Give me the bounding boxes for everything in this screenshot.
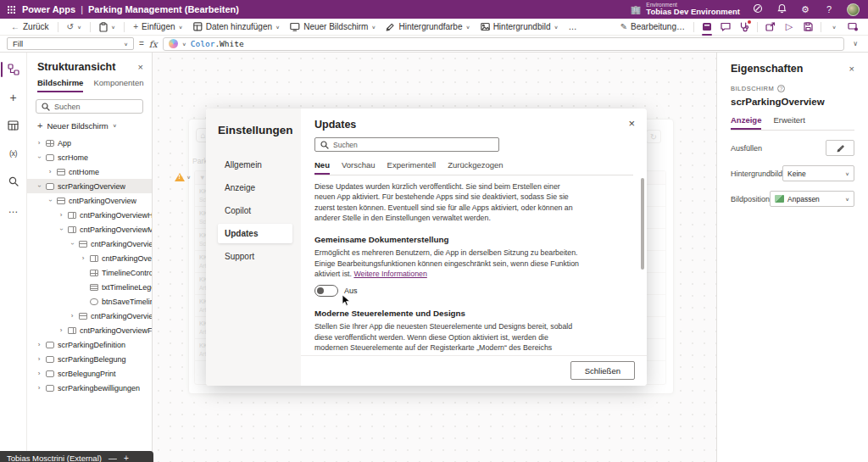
tree-item-timelinecontrol[interactable]: TimelineControl	[27, 265, 152, 280]
tab-experimentell[interactable]: Experimentell	[387, 160, 437, 175]
chevron-right-icon[interactable]: ›	[36, 341, 42, 348]
info-icon[interactable]: ?	[777, 85, 785, 92]
tree-item-scrparkingbewilligungen[interactable]: ›scrParkingbewilligungen	[27, 381, 152, 395]
chevron-down-icon[interactable]: ›	[36, 182, 42, 190]
new-screen-button[interactable]: Neuer Bildschirm ∨	[286, 19, 380, 35]
formula-expand-chevron-icon[interactable]: ∨	[849, 40, 861, 47]
add-data-button[interactable]: Daten hinzufügen ∨	[189, 19, 285, 35]
settings-menu-updates[interactable]: Updates	[218, 224, 292, 243]
background-image-select[interactable]: Keine ∨	[782, 165, 854, 181]
tree-item[interactable]: ›cntParkingOverviewFooter	[27, 323, 152, 337]
app-launcher-icon[interactable]	[0, 0, 22, 19]
canvas-view-icon[interactable]	[698, 19, 715, 35]
chevron-right-icon[interactable]: ›	[36, 139, 42, 147]
settings-gear-icon[interactable]: ⚙	[799, 4, 811, 15]
image-position-select[interactable]: Anpassen ∨	[770, 191, 854, 207]
tab-neu[interactable]: Neu	[314, 160, 330, 175]
background-image-button[interactable]: Hintergrundbild ∨	[476, 19, 563, 35]
plus-icon[interactable]: +	[124, 454, 129, 462]
chevron-right-icon[interactable]: ›	[36, 370, 42, 377]
tree-item-scrbelegungprint[interactable]: ›scrBelegungPrint	[27, 366, 152, 381]
insert-icon[interactable]: +	[0, 87, 27, 108]
chevron-right-icon[interactable]: ›	[36, 384, 42, 392]
updates-scroll-area[interactable]: Diese Updates wurden kürzlich veröffentl…	[314, 175, 638, 352]
environment-picker[interactable]: 🏢 Environment Tobias Dev Environment	[631, 3, 740, 17]
tab-erweitert[interactable]: Erweitert	[773, 115, 804, 130]
close-icon[interactable]: ×	[628, 117, 635, 130]
close-button[interactable]: Schließen	[570, 361, 635, 380]
app-name[interactable]: Power Apps	[22, 4, 75, 14]
background-color-button[interactable]: Hintergrundfarbe ∨	[381, 19, 474, 35]
tab-anzeige[interactable]: Anzeige	[731, 115, 761, 130]
tree-item[interactable]: ›cntParkingOverviewHeader	[27, 208, 152, 222]
settings-menu-support[interactable]: Support	[218, 247, 292, 266]
variables-icon[interactable]: (x)	[0, 143, 27, 164]
close-icon[interactable]: ×	[849, 64, 854, 74]
copilot-icon[interactable]	[752, 3, 764, 15]
chevron-down-icon[interactable]: ›	[36, 153, 42, 161]
chevron-right-icon[interactable]: ›	[80, 254, 86, 262]
chevron-right-icon[interactable]: ›	[47, 168, 53, 175]
formula-input[interactable]: ∨ Color.White	[163, 37, 844, 51]
overflow-button[interactable]: …	[565, 19, 581, 35]
property-selector[interactable]: Fill ∨	[7, 37, 134, 50]
insert-button[interactable]: + Einfügen ∨	[129, 19, 186, 35]
settings-menu-allgemein[interactable]: Allgemein	[218, 155, 292, 175]
comments-icon[interactable]	[717, 19, 734, 35]
scrollbar-thumb[interactable]	[641, 178, 644, 270]
tree-item[interactable]: ›cntParkingOverviewMain	[27, 222, 152, 237]
tab-screens[interactable]: Bildschirme	[37, 78, 83, 92]
notifications-icon[interactable]	[776, 3, 787, 15]
settings-menu-anzeige[interactable]: Anzeige	[218, 178, 292, 198]
paste-button[interactable]: ∨	[95, 19, 120, 35]
tree-view-icon[interactable]	[0, 59, 27, 80]
app-checker-icon[interactable]	[736, 19, 753, 35]
share-icon[interactable]	[762, 19, 779, 35]
chevron-right-icon[interactable]: ›	[36, 355, 42, 363]
tree-item-cnthome[interactable]: ›cntHome	[27, 164, 152, 179]
minus-icon[interactable]: —	[108, 454, 117, 462]
close-icon[interactable]: ×	[138, 62, 143, 72]
editing-status[interactable]: ✎ Bearbeitung…	[616, 19, 689, 35]
tree-item[interactable]: ›cntParkingOverviewMainD	[27, 309, 152, 323]
user-avatar[interactable]	[847, 3, 860, 16]
screen-warning[interactable]: ∨	[175, 173, 191, 181]
chevron-right-icon[interactable]: ›	[58, 211, 64, 219]
more-icon[interactable]: …	[0, 199, 27, 220]
learn-more-link[interactable]: Weitere Informationen	[353, 270, 426, 278]
search-icon[interactable]	[0, 171, 27, 192]
new-screen-button[interactable]: + Neuer Bildschirm ∨	[27, 114, 152, 136]
tree-search-input[interactable]: Suchen	[36, 99, 143, 114]
tree-item-txttimelinelegend[interactable]: txtTimelineLegend	[27, 280, 152, 294]
updates-search-input[interactable]: Suchen	[314, 137, 499, 152]
tree-item-scrhome[interactable]: ›scrHome	[27, 150, 152, 164]
data-icon[interactable]	[0, 115, 27, 136]
tab-components[interactable]: Komponenten	[93, 78, 143, 92]
chevron-down-icon[interactable]: ›	[69, 240, 75, 248]
settings-menu-copilot[interactable]: Copilot	[218, 201, 292, 220]
publish-icon[interactable]	[844, 19, 861, 35]
tree-item-btnsavetimeline[interactable]: btnSaveTimelineChang	[27, 294, 152, 309]
chevron-right-icon[interactable]: ›	[58, 326, 64, 334]
tree-item-scrparkingdefinition[interactable]: ›scrParkingDefinition	[27, 337, 152, 352]
tab-zurueckgezogen[interactable]: Zurückgezogen	[448, 160, 503, 175]
save-icon[interactable]	[799, 19, 816, 35]
undo-button[interactable]: ↺∨	[63, 19, 86, 35]
chevron-down-icon[interactable]: ›	[58, 225, 64, 233]
help-icon[interactable]: ?	[823, 4, 835, 14]
tree-item[interactable]: ›cntParkingOverviewMainTi	[27, 237, 152, 251]
preview-play-icon[interactable]: ▷	[781, 19, 798, 35]
copilot-formula-icon[interactable]	[169, 39, 178, 48]
co-authoring-toggle[interactable]	[314, 285, 338, 297]
tree-item[interactable]: ›cntParkingOverviewMa	[27, 251, 152, 265]
save-dropdown-chevron-icon[interactable]: ∨	[826, 19, 843, 35]
tree-item[interactable]: ›cntParkingOverview	[27, 193, 152, 208]
tree-item-scrparkingbelegung[interactable]: ›scrParkingBelegung	[27, 352, 152, 366]
tree-item-scrparkingoverview[interactable]: ›scrParkingOverview	[27, 179, 152, 193]
tab-vorschau[interactable]: Vorschau	[342, 160, 376, 175]
fill-color-button[interactable]	[826, 140, 854, 156]
tree-item-app[interactable]: ›App	[27, 136, 152, 150]
chevron-down-icon[interactable]: ›	[47, 197, 53, 204]
chevron-right-icon[interactable]: ›	[69, 312, 75, 320]
back-button[interactable]: ← Zurück	[7, 19, 53, 35]
